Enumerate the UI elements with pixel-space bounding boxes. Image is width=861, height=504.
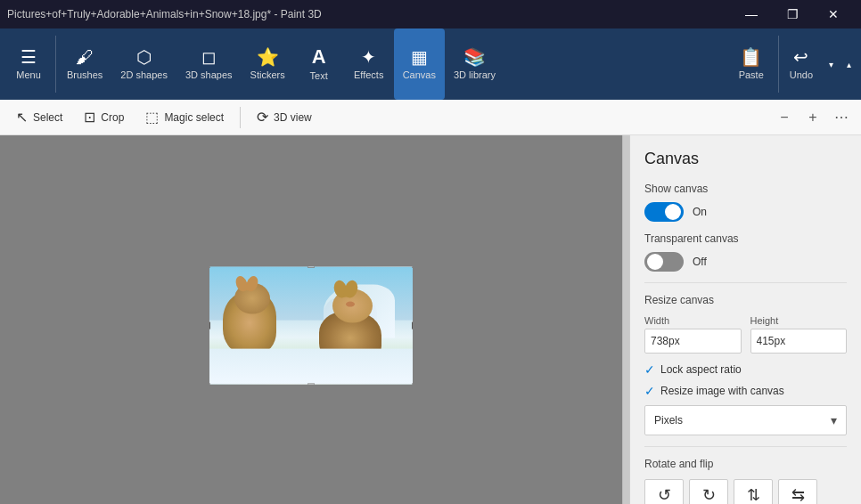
ribbon-stickers-label: Stickers: [250, 69, 285, 80]
handle-bm[interactable]: [308, 384, 315, 385]
transparent-canvas-value: Off: [693, 256, 707, 268]
text-icon: A: [312, 47, 326, 67]
close-button[interactable]: ✕: [813, 0, 854, 28]
transparent-canvas-row: Off: [644, 252, 847, 272]
ribbon-collapse-button[interactable]: ▴: [840, 28, 857, 100]
height-input[interactable]: [750, 329, 848, 354]
divider-2: [644, 446, 847, 447]
handle-bl[interactable]: [209, 384, 210, 385]
stickers-icon: ⭐: [257, 48, 279, 66]
ribbon-canvas-label: Canvas: [403, 69, 436, 80]
height-label: Height: [750, 315, 848, 326]
3d-view-icon: ⟳: [257, 109, 268, 126]
handle-tm[interactable]: [308, 267, 315, 268]
ribbon-paste-label: Paste: [739, 69, 764, 80]
flip-horizontal-button[interactable]: ⇆: [778, 479, 817, 504]
flip-vertical-button[interactable]: ⇅: [734, 479, 773, 504]
ribbon-paste[interactable]: 📋 Paste: [726, 28, 776, 100]
vertical-scrollbar[interactable]: [622, 135, 629, 504]
ribbon-menu[interactable]: ☰ Menu: [4, 28, 53, 100]
zoom-in-button[interactable]: +: [800, 105, 825, 130]
more-button[interactable]: ⋯: [829, 105, 854, 130]
dimension-row: Width Height: [644, 315, 847, 354]
toolbar-right: − + ⋯: [772, 105, 854, 130]
select-label: Select: [33, 111, 62, 124]
transparent-canvas-label: Transparent canvas: [644, 232, 847, 245]
window-controls: — ❐ ✕: [731, 0, 854, 28]
image-container: [209, 267, 413, 385]
resize-canvas-label: Resize canvas: [644, 294, 847, 306]
ribbon-3d-shapes-label: 3D shapes: [185, 69, 233, 80]
handle-mr[interactable]: [412, 322, 413, 329]
handle-tr[interactable]: [412, 267, 413, 268]
show-canvas-thumb: [665, 204, 681, 220]
3d-shapes-icon: ◻: [201, 48, 217, 66]
paste-icon: 📋: [740, 48, 762, 66]
transparent-canvas-thumb: [647, 254, 663, 270]
ribbon-effects-label: Effects: [354, 69, 383, 80]
resize-image-label: Resize image with canvas: [660, 385, 784, 397]
undo-icon: ↩: [793, 48, 808, 66]
magic-select-label: Magic select: [164, 111, 224, 124]
ribbon-canvas[interactable]: ▦ Canvas: [394, 28, 445, 100]
ribbon-brushes[interactable]: 🖌 Brushes: [58, 28, 111, 100]
ribbon-menu-label: Menu: [16, 69, 41, 80]
maximize-button[interactable]: ❐: [772, 0, 813, 28]
rotate-flip-label: Rotate and flip: [644, 458, 847, 470]
ribbon-3d-library[interactable]: 📚 3D library: [445, 28, 504, 100]
select-button[interactable]: ↖ Select: [7, 103, 71, 132]
canvas-area[interactable]: [0, 135, 622, 504]
width-group: Width: [644, 315, 742, 354]
ribbon-sep-1: [55, 36, 56, 93]
ribbon-expand-button[interactable]: ▾: [822, 28, 840, 100]
lock-aspect-row: ✓ Lock aspect ratio: [644, 362, 847, 377]
undo-area: ↩ Undo: [781, 28, 822, 100]
divider-1: [644, 282, 847, 283]
toolbar: ↖ Select ⊡ Crop ⬚ Magic select ⟳ 3D view…: [0, 100, 861, 135]
2d-shapes-icon: ⬡: [136, 48, 152, 66]
width-input[interactable]: [644, 329, 742, 354]
resize-image-row: ✓ Resize image with canvas: [644, 384, 847, 398]
menu-icon: ☰: [20, 48, 37, 66]
ribbon-3d-shapes[interactable]: ◻ 3D shapes: [176, 28, 242, 100]
rotate-left-button[interactable]: ↺: [644, 479, 684, 504]
effects-icon: ✦: [361, 48, 376, 66]
ribbon-2d-shapes[interactable]: ⬡ 2D shapes: [111, 28, 176, 100]
ribbon-brushes-label: Brushes: [67, 69, 102, 80]
canvas-image[interactable]: [209, 267, 413, 385]
ribbon-undo[interactable]: ↩ Undo: [781, 43, 822, 85]
select-icon: ↖: [16, 109, 28, 126]
handle-br[interactable]: [412, 384, 413, 385]
rotate-right-button[interactable]: ↻: [689, 479, 728, 504]
canvas-icon: ▦: [411, 48, 428, 66]
show-canvas-toggle[interactable]: [644, 202, 684, 222]
width-label: Width: [644, 315, 742, 326]
ribbon-text[interactable]: A Text: [294, 28, 344, 100]
titlebar: Pictures+of+Truly+Adorable+Animals+in+Sn…: [0, 0, 861, 28]
ribbon: ☰ Menu 🖌 Brushes ⬡ 2D shapes ◻ 3D shapes…: [0, 28, 861, 100]
handle-ml[interactable]: [209, 322, 210, 329]
ribbon-stickers[interactable]: ⭐ Stickers: [242, 28, 294, 100]
crop-button[interactable]: ⊡ Crop: [75, 103, 133, 132]
show-canvas-value: On: [693, 206, 707, 218]
canvas-panel: Canvas Show canvas On Transparent canvas…: [629, 135, 861, 504]
selection-box: [209, 267, 413, 385]
3d-library-icon: 📚: [463, 48, 486, 66]
ribbon-sep-2: [778, 36, 779, 93]
chevron-down-icon: ▾: [831, 413, 837, 427]
main-area: Canvas Show canvas On Transparent canvas…: [0, 135, 861, 504]
height-group: Height: [750, 315, 848, 354]
minimize-button[interactable]: —: [731, 0, 772, 28]
magic-select-button[interactable]: ⬚ Magic select: [136, 103, 233, 132]
handle-tl[interactable]: [209, 267, 210, 268]
window-title: Pictures+of+Truly+Adorable+Animals+in+Sn…: [7, 8, 322, 20]
pixels-dropdown[interactable]: Pixels ▾: [644, 405, 847, 435]
ribbon-3d-library-label: 3D library: [454, 69, 496, 80]
transparent-canvas-toggle[interactable]: [644, 252, 684, 272]
zoom-out-button[interactable]: −: [772, 105, 797, 130]
3d-view-button[interactable]: ⟳ 3D view: [248, 103, 321, 132]
ribbon-effects[interactable]: ✦ Effects: [344, 28, 394, 100]
lock-aspect-label: Lock aspect ratio: [660, 363, 742, 376]
ribbon-2d-shapes-label: 2D shapes: [120, 69, 168, 80]
pixels-label: Pixels: [654, 414, 683, 427]
